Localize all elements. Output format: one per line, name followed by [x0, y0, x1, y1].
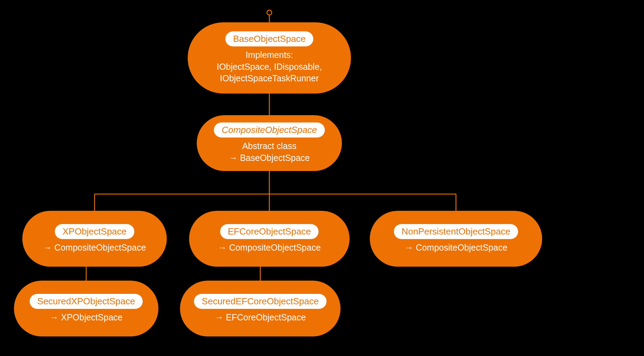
- node-title: SecuredEFCoreObjectSpace: [194, 294, 326, 309]
- node-body: Abstract class → BaseObjectSpace: [229, 140, 310, 164]
- node-composite-object-space: CompositeObjectSpace Abstract class → Ba…: [197, 115, 342, 171]
- node-title: CompositeObjectSpace: [214, 123, 324, 138]
- node-nonpersistent-object-space: NonPersistentObjectSpace → CompositeObje…: [370, 211, 542, 267]
- node-xp-object-space: XPObjectSpace → CompositeObjectSpace: [22, 211, 167, 267]
- node-body: → EFCoreObjectSpace: [215, 312, 306, 324]
- node-body: → CompositeObjectSpace: [43, 242, 146, 254]
- node-body: Implements: IObjectSpace, IDisposable, I…: [217, 49, 322, 84]
- node-title: EFCoreObjectSpace: [220, 224, 319, 239]
- svg-point-0: [267, 10, 272, 15]
- node-title: BaseObjectSpace: [225, 31, 313, 46]
- node-body: → XPObjectSpace: [50, 312, 122, 324]
- node-body: → CompositeObjectSpace: [405, 242, 508, 254]
- node-title: XPObjectSpace: [55, 224, 134, 239]
- node-efcore-object-space: EFCoreObjectSpace → CompositeObjectSpace: [189, 211, 350, 267]
- node-body: → CompositeObjectSpace: [218, 242, 321, 254]
- node-title: SecuredXPObjectSpace: [30, 294, 143, 309]
- node-title: NonPersistentObjectSpace: [394, 224, 518, 239]
- node-base-object-space: BaseObjectSpace Implements: IObjectSpace…: [188, 22, 351, 94]
- diagram-canvas: BaseObjectSpace Implements: IObjectSpace…: [0, 0, 644, 356]
- node-secured-xp-object-space: SecuredXPObjectSpace → XPObjectSpace: [14, 281, 158, 336]
- node-secured-efcore-object-space: SecuredEFCoreObjectSpace → EFCoreObjectS…: [180, 281, 340, 336]
